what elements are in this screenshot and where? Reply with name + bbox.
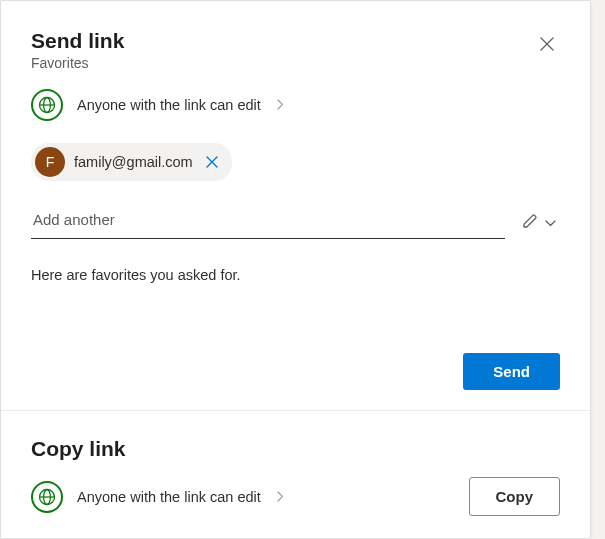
copy-link-title: Copy link (31, 437, 560, 461)
recipient-email: family@gmail.com (74, 154, 193, 170)
recipient-pill: F family@gmail.com (31, 143, 232, 181)
globe-icon (31, 481, 63, 513)
copy-link-row: Anyone with the link can edit Copy (31, 477, 560, 516)
copy-scope-label: Anyone with the link can edit (77, 489, 261, 505)
link-scope-label: Anyone with the link can edit (77, 97, 261, 113)
dialog-subtitle: Favorites (31, 55, 124, 71)
dialog-title: Send link (31, 29, 124, 53)
copy-scope-selector[interactable]: Anyone with the link can edit (31, 481, 284, 513)
chevron-right-icon (277, 488, 284, 506)
title-block: Send link Favorites (31, 29, 124, 71)
remove-recipient-button[interactable] (202, 152, 222, 172)
avatar: F (35, 147, 65, 177)
permission-selector[interactable] (517, 208, 560, 237)
close-icon (540, 37, 554, 51)
send-row: Send (31, 353, 560, 390)
pencil-icon (521, 212, 539, 233)
close-button[interactable] (534, 31, 560, 57)
message-text: Here are favorites you asked for. (31, 267, 560, 283)
recipients-list: F family@gmail.com (31, 143, 560, 181)
dialog-header: Send link Favorites (31, 29, 560, 71)
copy-link-section: Copy link Anyone with the link can edit … (1, 411, 590, 536)
chevron-right-icon (277, 96, 284, 114)
close-icon (206, 156, 218, 168)
send-link-dialog: Send link Favorites Anyone with the link… (0, 0, 591, 539)
add-recipient-input[interactable] (31, 205, 505, 239)
copy-button[interactable]: Copy (469, 477, 561, 516)
send-link-section: Send link Favorites Anyone with the link… (1, 1, 590, 410)
chevron-down-icon (545, 215, 556, 230)
send-button[interactable]: Send (463, 353, 560, 390)
link-scope-selector[interactable]: Anyone with the link can edit (31, 89, 560, 121)
add-recipient-row (31, 205, 560, 239)
globe-icon (31, 89, 63, 121)
